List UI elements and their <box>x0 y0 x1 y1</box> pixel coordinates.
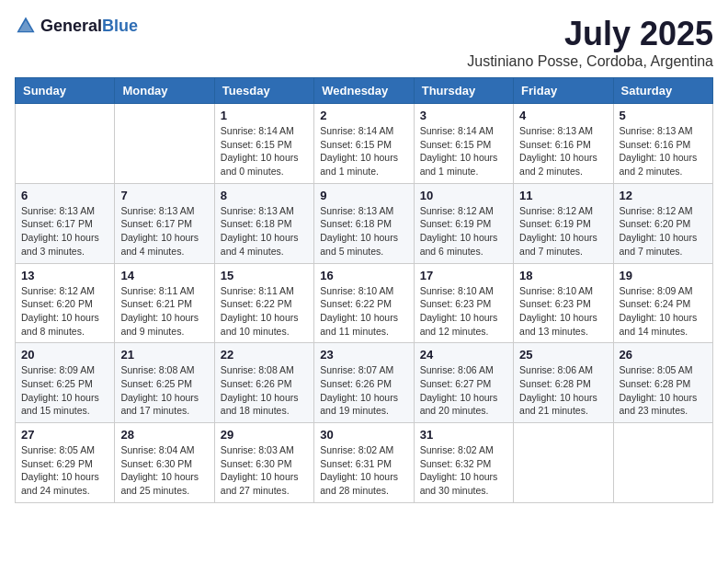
day-detail: Sunrise: 8:04 AM Sunset: 6:30 PM Dayligh… <box>120 443 208 498</box>
day-detail: Sunrise: 8:12 AM Sunset: 6:19 PM Dayligh… <box>519 204 607 259</box>
day-number: 12 <box>620 189 707 202</box>
col-friday: Friday <box>514 78 613 104</box>
calendar-week-row: 1Sunrise: 8:14 AM Sunset: 6:15 PM Daylig… <box>16 104 713 184</box>
logo-icon <box>15 15 37 37</box>
day-number: 6 <box>21 189 108 202</box>
day-number: 18 <box>519 269 607 282</box>
location-title: Justiniano Posse, Cordoba, Argentina <box>467 53 713 70</box>
day-number: 28 <box>120 428 208 442</box>
table-row <box>613 423 712 503</box>
day-number: 23 <box>320 348 407 362</box>
day-number: 4 <box>519 109 607 122</box>
day-detail: Sunrise: 8:02 AM Sunset: 6:31 PM Dayligh… <box>320 443 407 498</box>
table-row: 13Sunrise: 8:12 AM Sunset: 6:20 PM Dayli… <box>16 263 115 343</box>
table-row: 22Sunrise: 8:08 AM Sunset: 6:26 PM Dayli… <box>214 343 313 423</box>
table-row <box>514 423 613 503</box>
logo-blue-text: Blue <box>102 17 138 35</box>
day-detail: Sunrise: 8:10 AM Sunset: 6:23 PM Dayligh… <box>519 284 607 339</box>
day-number: 20 <box>21 348 108 362</box>
day-number: 25 <box>519 348 607 362</box>
table-row: 15Sunrise: 8:11 AM Sunset: 6:22 PM Dayli… <box>214 263 313 343</box>
table-row: 12Sunrise: 8:12 AM Sunset: 6:20 PM Dayli… <box>613 183 712 263</box>
table-row: 3Sunrise: 8:14 AM Sunset: 6:15 PM Daylig… <box>414 104 513 184</box>
table-row: 9Sunrise: 8:13 AM Sunset: 6:18 PM Daylig… <box>314 183 414 263</box>
calendar-week-row: 20Sunrise: 8:09 AM Sunset: 6:25 PM Dayli… <box>16 343 713 423</box>
logo: GeneralBlue <box>15 15 138 37</box>
table-row <box>16 104 115 184</box>
day-number: 11 <box>519 189 607 202</box>
day-detail: Sunrise: 8:05 AM Sunset: 6:28 PM Dayligh… <box>620 363 707 418</box>
table-row: 10Sunrise: 8:12 AM Sunset: 6:19 PM Dayli… <box>414 183 513 263</box>
table-row: 19Sunrise: 8:09 AM Sunset: 6:24 PM Dayli… <box>613 263 712 343</box>
table-row: 24Sunrise: 8:06 AM Sunset: 6:27 PM Dayli… <box>414 343 513 423</box>
day-number: 19 <box>620 269 707 282</box>
day-detail: Sunrise: 8:14 AM Sunset: 6:15 PM Dayligh… <box>420 124 507 178</box>
day-number: 13 <box>21 269 108 282</box>
table-row: 30Sunrise: 8:02 AM Sunset: 6:31 PM Dayli… <box>314 423 414 503</box>
table-row: 17Sunrise: 8:10 AM Sunset: 6:23 PM Dayli… <box>414 263 513 343</box>
day-detail: Sunrise: 8:09 AM Sunset: 6:24 PM Dayligh… <box>620 284 707 339</box>
table-row: 5Sunrise: 8:13 AM Sunset: 6:16 PM Daylig… <box>613 104 712 184</box>
day-number: 2 <box>320 109 407 122</box>
day-detail: Sunrise: 8:14 AM Sunset: 6:15 PM Dayligh… <box>221 124 308 178</box>
calendar-week-row: 27Sunrise: 8:05 AM Sunset: 6:29 PM Dayli… <box>16 423 713 503</box>
col-thursday: Thursday <box>414 78 513 104</box>
day-number: 7 <box>120 189 208 202</box>
day-number: 31 <box>420 428 507 442</box>
day-number: 26 <box>620 348 707 362</box>
title-area: July 2025 Justiniano Posse, Cordoba, Arg… <box>467 15 713 70</box>
day-number: 3 <box>420 109 507 122</box>
day-number: 22 <box>221 348 308 362</box>
day-detail: Sunrise: 8:10 AM Sunset: 6:23 PM Dayligh… <box>420 284 507 339</box>
day-number: 14 <box>120 269 208 282</box>
day-number: 5 <box>620 109 707 122</box>
calendar-header-row: Sunday Monday Tuesday Wednesday Thursday… <box>16 78 713 104</box>
day-detail: Sunrise: 8:12 AM Sunset: 6:20 PM Dayligh… <box>21 284 108 339</box>
table-row: 7Sunrise: 8:13 AM Sunset: 6:17 PM Daylig… <box>115 183 214 263</box>
day-detail: Sunrise: 8:06 AM Sunset: 6:27 PM Dayligh… <box>420 363 507 418</box>
page-header: GeneralBlue July 2025 Justiniano Posse, … <box>15 15 713 70</box>
table-row: 6Sunrise: 8:13 AM Sunset: 6:17 PM Daylig… <box>16 183 115 263</box>
col-sunday: Sunday <box>16 78 115 104</box>
day-detail: Sunrise: 8:09 AM Sunset: 6:25 PM Dayligh… <box>21 363 108 418</box>
day-detail: Sunrise: 8:13 AM Sunset: 6:17 PM Dayligh… <box>120 204 208 259</box>
day-number: 27 <box>21 428 108 442</box>
day-detail: Sunrise: 8:12 AM Sunset: 6:19 PM Dayligh… <box>420 204 507 259</box>
day-detail: Sunrise: 8:05 AM Sunset: 6:29 PM Dayligh… <box>21 443 108 498</box>
day-number: 1 <box>221 109 308 122</box>
day-detail: Sunrise: 8:11 AM Sunset: 6:22 PM Dayligh… <box>221 284 308 339</box>
table-row: 14Sunrise: 8:11 AM Sunset: 6:21 PM Dayli… <box>115 263 214 343</box>
calendar-week-row: 6Sunrise: 8:13 AM Sunset: 6:17 PM Daylig… <box>16 183 713 263</box>
calendar-week-row: 13Sunrise: 8:12 AM Sunset: 6:20 PM Dayli… <box>16 263 713 343</box>
day-detail: Sunrise: 8:08 AM Sunset: 6:26 PM Dayligh… <box>221 363 308 418</box>
day-detail: Sunrise: 8:13 AM Sunset: 6:16 PM Dayligh… <box>519 124 607 178</box>
col-tuesday: Tuesday <box>214 78 313 104</box>
table-row: 20Sunrise: 8:09 AM Sunset: 6:25 PM Dayli… <box>16 343 115 423</box>
day-detail: Sunrise: 8:13 AM Sunset: 6:17 PM Dayligh… <box>21 204 108 259</box>
table-row: 28Sunrise: 8:04 AM Sunset: 6:30 PM Dayli… <box>115 423 214 503</box>
day-detail: Sunrise: 8:14 AM Sunset: 6:15 PM Dayligh… <box>320 124 407 178</box>
table-row: 27Sunrise: 8:05 AM Sunset: 6:29 PM Dayli… <box>16 423 115 503</box>
table-row: 21Sunrise: 8:08 AM Sunset: 6:25 PM Dayli… <box>115 343 214 423</box>
table-row <box>115 104 214 184</box>
day-detail: Sunrise: 8:13 AM Sunset: 6:18 PM Dayligh… <box>221 204 308 259</box>
table-row: 11Sunrise: 8:12 AM Sunset: 6:19 PM Dayli… <box>514 183 613 263</box>
day-number: 10 <box>420 189 507 202</box>
day-number: 16 <box>320 269 407 282</box>
day-number: 24 <box>420 348 507 362</box>
table-row: 4Sunrise: 8:13 AM Sunset: 6:16 PM Daylig… <box>514 104 613 184</box>
col-wednesday: Wednesday <box>314 78 414 104</box>
table-row: 18Sunrise: 8:10 AM Sunset: 6:23 PM Dayli… <box>514 263 613 343</box>
col-saturday: Saturday <box>613 78 712 104</box>
day-detail: Sunrise: 8:02 AM Sunset: 6:32 PM Dayligh… <box>420 443 507 498</box>
day-number: 21 <box>120 348 208 362</box>
day-detail: Sunrise: 8:10 AM Sunset: 6:22 PM Dayligh… <box>320 284 407 339</box>
logo-general-text: General <box>40 17 102 35</box>
table-row: 29Sunrise: 8:03 AM Sunset: 6:30 PM Dayli… <box>214 423 313 503</box>
table-row: 8Sunrise: 8:13 AM Sunset: 6:18 PM Daylig… <box>214 183 313 263</box>
day-detail: Sunrise: 8:13 AM Sunset: 6:16 PM Dayligh… <box>620 124 707 178</box>
table-row: 26Sunrise: 8:05 AM Sunset: 6:28 PM Dayli… <box>613 343 712 423</box>
table-row: 16Sunrise: 8:10 AM Sunset: 6:22 PM Dayli… <box>314 263 414 343</box>
day-number: 29 <box>221 428 308 442</box>
month-title: July 2025 <box>467 15 713 53</box>
